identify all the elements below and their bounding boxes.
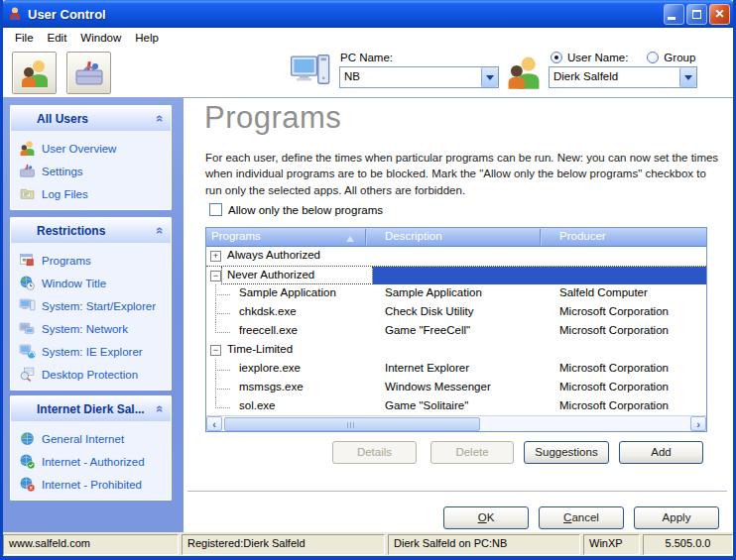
- close-button[interactable]: ✕: [709, 4, 730, 25]
- group-radio[interactable]: [647, 52, 659, 63]
- table-row[interactable]: Sample Application Sample Application Sa…: [206, 284, 706, 303]
- column-header-programs[interactable]: Programs: [211, 230, 261, 242]
- status-user-pc: Dierk Salfeld on PC:NB: [388, 534, 580, 555]
- table-row[interactable]: iexplore.exe Internet Explorer Microsoft…: [206, 360, 706, 379]
- add-button[interactable]: Add: [619, 441, 703, 464]
- sidebar-section-all-users: All Users « User Overview: [10, 105, 172, 210]
- table-header: Programs Description Producer: [206, 228, 706, 247]
- sidebar-item-desktop-protection[interactable]: Desktop Protection: [11, 363, 171, 386]
- status-bar: www.salfeld.com Registered:Dierk Salfeld…: [3, 532, 733, 556]
- toolbox-icon: [73, 57, 105, 89]
- app-icon: [7, 6, 23, 22]
- collapse-icon[interactable]: [210, 345, 221, 356]
- column-header-producer[interactable]: Producer: [559, 230, 606, 242]
- sidebar-item-log-files[interactable]: Log Files: [11, 182, 171, 205]
- allow-only-checkbox-label: Allow only the below programs: [228, 204, 383, 216]
- sidebar-item-settings[interactable]: Settings: [11, 160, 171, 182]
- users-icon: [19, 140, 36, 157]
- cancel-button[interactable]: Cancel: [539, 506, 624, 529]
- users-icon: [504, 54, 544, 91]
- dropdown-arrow-icon[interactable]: [679, 67, 696, 87]
- table-row[interactable]: sol.exe Game "Solitaire" Microsoft Corpo…: [206, 397, 706, 416]
- sidebar-item-window-title[interactable]: Window Title: [11, 272, 171, 294]
- apply-button[interactable]: Apply: [634, 506, 719, 529]
- table-row-group[interactable]: Always Authorized: [206, 247, 706, 266]
- users-icon: [19, 57, 51, 89]
- section-title: Restrictions: [37, 224, 105, 238]
- globe-clock-icon: [19, 275, 36, 291]
- sidebar-item-system-network[interactable]: System: Network: [11, 317, 171, 340]
- collapse-chevron-icon[interactable]: «: [153, 115, 168, 120]
- menu-file[interactable]: File: [8, 30, 41, 46]
- programs-icon: [19, 252, 36, 269]
- globe-x-icon: [19, 476, 36, 493]
- table-row[interactable]: freecell.exe Game "FreeCell" Microsoft C…: [206, 322, 706, 341]
- pc-name-select[interactable]: NB: [339, 66, 499, 88]
- status-version: 5.505.0.0: [643, 534, 733, 555]
- user-name-value: Dierk Salfeld: [550, 67, 679, 87]
- page-description: For each user, define the times when par…: [205, 150, 721, 198]
- sidebar-item-general-internet[interactable]: General Internet: [11, 427, 171, 450]
- minimize-button[interactable]: [664, 4, 684, 25]
- sidebar-item-programs[interactable]: Programs: [11, 249, 171, 272]
- globe-check-icon: [19, 453, 36, 470]
- suggestions-button[interactable]: Suggestions: [524, 441, 609, 464]
- group-radio-label: Group: [664, 52, 695, 63]
- sidebar-item-internet-authorized[interactable]: Internet - Authorized: [11, 450, 171, 473]
- menu-help[interactable]: Help: [128, 30, 166, 46]
- dropdown-arrow-icon[interactable]: [481, 67, 498, 87]
- page-title: Programs: [204, 100, 341, 136]
- details-button: Details: [332, 441, 417, 464]
- delete-button: Delete: [430, 441, 514, 464]
- window-title: User Control: [28, 7, 664, 22]
- ie-computer-icon: [19, 343, 36, 360]
- sidebar-item-system-start-explorer[interactable]: System: Start/Explorer: [11, 294, 171, 317]
- sidebar-item-user-overview[interactable]: User Overview: [11, 137, 171, 160]
- column-header-description[interactable]: Description: [385, 230, 442, 242]
- expand-icon[interactable]: [210, 251, 221, 262]
- maximize-button[interactable]: [686, 4, 707, 25]
- sidebar-item-system-ie-explorer[interactable]: System: IE Explorer: [11, 340, 171, 363]
- user-name-radio[interactable]: [551, 52, 562, 63]
- menu-edit[interactable]: Edit: [41, 30, 74, 46]
- sidebar-section-internet: Internet Dierk Sal... « General Internet: [10, 395, 172, 501]
- sidebar-item-internet-prohibited[interactable]: Internet - Prohibited: [11, 473, 171, 496]
- status-website: www.salfeld.com: [3, 534, 179, 555]
- section-title: Internet Dierk Sal...: [37, 402, 145, 416]
- users-toolbar-button[interactable]: [12, 52, 57, 94]
- scroll-left-icon[interactable]: ‹: [206, 416, 222, 431]
- collapse-chevron-icon[interactable]: «: [153, 405, 168, 410]
- user-name-select[interactable]: Dierk Salfeld: [549, 66, 697, 88]
- table-row-group[interactable]: Time-Limited: [206, 341, 706, 360]
- status-registered: Registered:Dierk Salfeld: [182, 534, 385, 555]
- scroll-right-icon[interactable]: ›: [690, 416, 706, 431]
- horizontal-scrollbar[interactable]: ‹ ›: [206, 415, 706, 431]
- collapse-icon[interactable]: [210, 271, 221, 281]
- section-title: All Users: [37, 112, 88, 126]
- sidebar: All Users « User Overview: [3, 98, 184, 532]
- table-row-group[interactable]: Never Authorized: [206, 266, 706, 284]
- footer-divider: [187, 491, 727, 492]
- menu-window[interactable]: Window: [73, 30, 128, 46]
- table-row[interactable]: chkdsk.exe Check Disk Utility Microsoft …: [206, 303, 706, 322]
- table-row[interactable]: msmsgs.exe Windows Messenger Microsoft C…: [206, 379, 706, 397]
- log-files-icon: [19, 185, 36, 202]
- title-bar: User Control ✕: [0, 0, 736, 28]
- magnifier-icon: [19, 366, 36, 383]
- pc-name-label: PC Name:: [340, 52, 393, 63]
- sidebar-section-restrictions: Restrictions « Programs: [10, 217, 172, 391]
- globe-icon: [19, 430, 36, 447]
- toolbar: PC Name: NB User Name: Group Dierk Salfe…: [3, 47, 733, 97]
- computer-icon: [290, 53, 333, 90]
- allow-only-checkbox[interactable]: [209, 203, 222, 216]
- scrollbar-thumb[interactable]: [224, 417, 480, 431]
- computer-icon: [19, 297, 36, 314]
- sort-ascending-icon: [346, 232, 354, 242]
- collapse-chevron-icon[interactable]: «: [153, 227, 168, 232]
- toolbox-toolbar-button[interactable]: [66, 52, 111, 94]
- network-computers-icon: [19, 320, 36, 337]
- menu-bar: File Edit Window Help: [3, 28, 733, 47]
- toolbox-icon: [19, 163, 36, 179]
- ok-button[interactable]: OK: [443, 506, 529, 529]
- user-control-window: User Control ✕ File Edit Window Help: [0, 0, 736, 560]
